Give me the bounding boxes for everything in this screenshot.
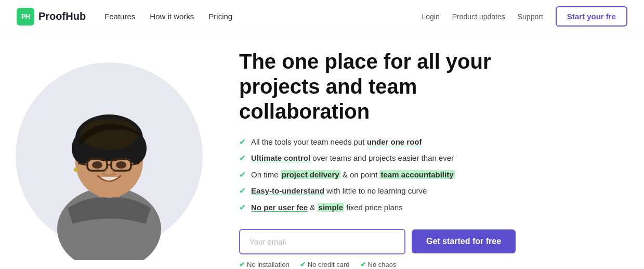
feature-item-4: ✔ Easy-to-understand with little to no l… <box>239 185 627 197</box>
svg-point-12 <box>92 161 102 169</box>
svg-point-14 <box>74 168 78 172</box>
hero-person-image <box>21 52 198 260</box>
hero-sub-labels: ✔ No installation ✔ No credit card ✔ No … <box>239 261 627 268</box>
check-icon-1: ✔ <box>239 136 246 148</box>
sub-check-2: ✔ <box>300 261 306 268</box>
feature-text-5: No per user fee & simple fixed price pla… <box>251 202 403 213</box>
hero-section: The one place for all your projects and … <box>0 33 644 269</box>
get-started-button[interactable]: Get started for free <box>412 229 516 253</box>
highlight-ultimate-control: Ultimate control <box>251 153 310 162</box>
hero-content: The one place for all your projects and … <box>218 44 627 268</box>
sub-check-1: ✔ <box>239 261 245 268</box>
navbar: PH ProofHub Features How it works Pricin… <box>0 0 644 33</box>
email-input[interactable] <box>239 229 405 254</box>
check-icon-3: ✔ <box>239 169 246 181</box>
check-icon-4: ✔ <box>239 185 246 197</box>
start-free-button[interactable]: Start your fre <box>556 6 627 27</box>
highlight-easy-to-understand: Easy-to-understand <box>251 186 324 195</box>
hero-features: ✔ All the tools your team needs put unde… <box>239 136 627 213</box>
check-icon-5: ✔ <box>239 202 246 213</box>
highlight-simple: simple <box>318 203 345 212</box>
hero-form: Get started for free <box>239 229 627 254</box>
nav-pricing-link[interactable]: Pricing <box>208 12 232 21</box>
highlight-no-per-user-fee: No per user fee <box>251 203 308 212</box>
feature-item-2: ✔ Ultimate control over teams and projec… <box>239 152 627 164</box>
highlight-under-one-roof: under one roof <box>367 137 422 146</box>
highlight-team-accountability: team accountability <box>379 170 454 179</box>
product-updates-link[interactable]: Product updates <box>452 12 505 21</box>
svg-point-13 <box>116 161 126 169</box>
feature-item-5: ✔ No per user fee & simple fixed price p… <box>239 202 627 213</box>
feature-text-1: All the tools your team needs put under … <box>251 136 422 147</box>
sub-no-chaos: ✔ No chaos <box>360 261 397 268</box>
sub-no-credit-card: ✔ No credit card <box>300 261 350 268</box>
hero-title: The one place for all your projects and … <box>239 49 551 124</box>
feature-text-3: On time project delivery & on point team… <box>251 169 455 180</box>
feature-item-1: ✔ All the tools your team needs put unde… <box>239 136 627 148</box>
feature-item-3: ✔ On time project delivery & on point te… <box>239 169 627 181</box>
highlight-project-delivery: project delivery <box>281 170 340 179</box>
hero-image-area <box>0 47 218 265</box>
logo[interactable]: PH ProofHub <box>17 8 86 25</box>
sub-no-installation: ✔ No installation <box>239 261 290 268</box>
support-link[interactable]: Support <box>518 12 543 21</box>
person-svg <box>26 57 192 260</box>
nav-how-it-works-link[interactable]: How it works <box>150 12 194 21</box>
nav-right: Login Product updates Support Start your… <box>422 6 627 27</box>
sub-check-3: ✔ <box>360 261 366 268</box>
feature-text-4: Easy-to-understand with little to no lea… <box>251 185 427 196</box>
nav-links: Features How it works Pricing <box>104 12 232 21</box>
feature-text-2: Ultimate control over teams and projects… <box>251 152 454 163</box>
logo-icon: PH <box>17 8 34 25</box>
login-link[interactable]: Login <box>422 12 440 21</box>
nav-features-link[interactable]: Features <box>104 12 135 21</box>
logo-text: ProofHub <box>38 10 86 22</box>
check-icon-2: ✔ <box>239 152 246 164</box>
